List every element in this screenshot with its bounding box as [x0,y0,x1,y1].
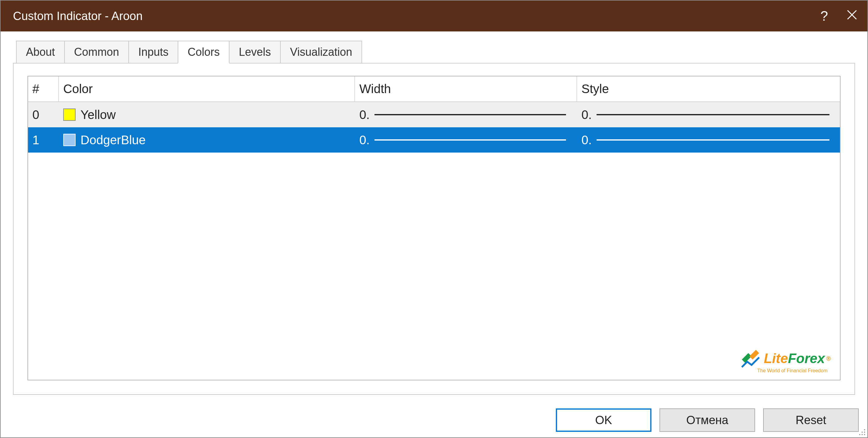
line-width-sample-icon [374,114,566,115]
cell-width: 0. [355,127,577,153]
watermark-text: LiteForex® [740,348,831,369]
close-button[interactable] [843,8,861,24]
header-color[interactable]: Color [59,76,355,101]
svg-point-7 [864,434,865,435]
color-name: Yellow [81,108,116,122]
indicator-properties-dialog: Custom Indicator - Aroon ? About Common … [0,0,868,438]
color-swatch-icon [63,108,75,121]
table-header: # Color Width Style [28,76,840,102]
tab-visualization[interactable]: Visualization [280,41,362,63]
watermark-logo: LiteForex® The World of Financial Freedo… [740,348,831,374]
table-row[interactable]: 1 DodgerBlue 0. 0. [28,127,840,153]
line-width-sample-icon [374,139,566,140]
color-swatch-icon [63,134,75,146]
cell-style: 0. [577,102,840,127]
svg-point-9 [859,434,860,435]
resize-grip-icon[interactable] [858,428,866,436]
colors-table: # Color Width Style 0 Yellow 0. [27,76,841,380]
tab-levels[interactable]: Levels [229,41,281,63]
tab-about[interactable]: About [16,41,65,63]
line-style-sample-icon [596,139,830,140]
cell-index: 0 [28,102,59,127]
svg-point-6 [862,432,863,433]
svg-point-5 [864,432,865,433]
tab-strip: About Common Inputs Colors Levels Visual… [16,41,855,63]
cell-style: 0. [577,127,840,153]
cell-index: 1 [28,127,59,153]
table-row[interactable]: 0 Yellow 0. 0. [28,102,840,127]
titlebar-controls: ? [815,8,861,24]
titlebar: Custom Indicator - Aroon ? [1,1,867,31]
ok-button[interactable]: OK [556,408,651,432]
content-area: About Common Inputs Colors Levels Visual… [1,31,867,401]
style-value: 0. [582,108,592,122]
reset-button[interactable]: Reset [763,408,859,432]
dialog-button-bar: OK Отмена Reset [1,401,867,437]
window-title: Custom Indicator - Aroon [13,9,815,23]
svg-point-8 [862,434,863,435]
width-value: 0. [359,108,370,122]
cell-color: Yellow [59,102,355,127]
line-style-sample-icon [596,114,830,115]
tab-panel-colors: # Color Width Style 0 Yellow 0. [13,63,855,395]
cell-width: 0. [355,102,577,127]
tab-colors[interactable]: Colors [178,41,229,64]
tab-inputs[interactable]: Inputs [128,41,178,63]
width-value: 0. [359,133,370,147]
svg-point-4 [864,429,865,430]
liteforex-logo-icon [740,348,761,369]
help-button[interactable]: ? [815,8,833,24]
tab-common[interactable]: Common [64,41,129,63]
cancel-button[interactable]: Отмена [659,408,755,432]
style-value: 0. [582,133,592,147]
color-name: DodgerBlue [81,133,146,147]
header-width[interactable]: Width [355,76,577,101]
close-icon [846,9,858,21]
cell-color: DodgerBlue [59,127,355,153]
header-index[interactable]: # [28,76,59,101]
header-style[interactable]: Style [577,76,840,101]
